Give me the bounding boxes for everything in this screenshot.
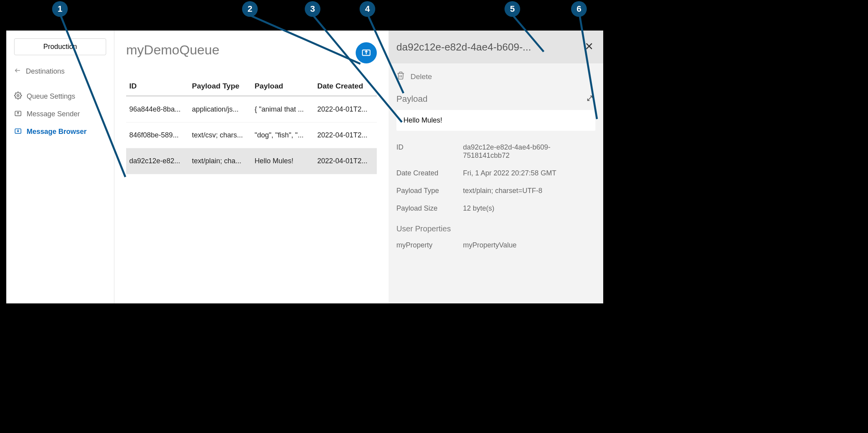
detail-header: da92c12e-e82d-4ae4-b609-... [389,31,603,63]
table-row[interactable]: 846f08be-589...text/csv; chars..."dog", … [126,123,377,148]
back-label: Destinations [26,67,65,76]
main-content: myDemoQueue ID Payload Type Payload Date… [114,31,389,303]
sidebar-item-queue-settings[interactable]: Queue Settings [6,88,114,105]
user-property-value: myPropertyValue [463,241,595,249]
table-cell: Hello Mules! [251,148,314,174]
col-id[interactable]: ID [126,77,189,96]
message-send-icon [361,47,371,59]
callout-4: 4 [360,1,375,17]
table-cell: { "animal that ... [251,96,314,123]
delete-label: Delete [410,72,432,81]
delete-button[interactable]: Delete [396,71,595,82]
send-message-fab[interactable] [356,42,377,63]
table-cell: application/js... [189,96,251,123]
svg-point-1 [17,95,19,97]
sidebar-item-message-sender[interactable]: Message Sender [6,105,114,123]
message-browse-icon [14,127,22,137]
col-date-created[interactable]: Date Created [314,77,377,96]
user-property-key: myProperty [396,241,463,249]
back-destinations-link[interactable]: Destinations [6,63,114,80]
meta-value: Fri, 1 Apr 2022 20:27:58 GMT [463,169,595,177]
table-row[interactable]: da92c12e-e82...text/plain; cha...Hello M… [126,148,377,174]
meta-key: Payload Type [396,187,463,195]
user-properties-title: User Properties [396,224,595,233]
sidebar-item-label: Queue Settings [27,92,75,101]
user-property-row: myPropertymyPropertyValue [396,236,595,254]
meta-value: text/plain; charset=UTF-8 [463,187,595,195]
meta-key: Payload Size [396,204,463,213]
arrow-left-icon [14,67,21,76]
col-payload-type[interactable]: Payload Type [189,77,251,96]
sidebar-item-label: Message Sender [27,110,80,118]
detail-title: da92c12e-e82d-4ae4-b609-... [396,41,578,53]
meta-row: Payload Typetext/plain; charset=UTF-8 [396,182,595,200]
environment-selector[interactable]: Production [14,38,106,55]
meta-key: Date Created [396,169,463,177]
col-payload[interactable]: Payload [251,77,314,96]
payload-section-title: Payload [396,94,428,104]
table-cell: 96a844e8-8ba... [126,96,189,123]
table-row[interactable]: 96a844e8-8ba...application/js...{ "anima… [126,96,377,123]
close-button[interactable] [583,40,595,54]
table-cell: da92c12e-e82... [126,148,189,174]
trash-icon [396,71,405,82]
table-cell: 2022-04-01T2... [314,148,377,174]
detail-panel: da92c12e-e82d-4ae4-b609-... Delete Paylo… [389,31,603,303]
callout-6: 6 [571,1,587,17]
meta-row: Date CreatedFri, 1 Apr 2022 20:27:58 GMT [396,164,595,182]
gear-icon [14,92,22,101]
payload-value: Hello Mules! [396,110,595,131]
meta-row: Payload Size12 byte(s) [396,200,595,217]
meta-value: da92c12e-e82d-4ae4-b609-7518141cbb72 [463,143,595,160]
svg-line-12 [588,96,592,101]
meta-value: 12 byte(s) [463,204,595,213]
message-table: ID Payload Type Payload Date Created 96a… [126,77,377,174]
close-icon [584,45,594,52]
queue-title: myDemoQueue [126,42,377,58]
expand-payload-button[interactable] [584,93,595,105]
callout-1: 1 [52,1,68,17]
callout-5: 5 [505,1,520,17]
sidebar: Production Destinations Queue Settings M… [6,31,114,303]
callout-3: 3 [305,1,320,17]
table-cell: text/csv; chars... [189,123,251,148]
table-cell: 2022-04-01T2... [314,96,377,123]
callout-2: 2 [242,1,258,17]
table-cell: text/plain; cha... [189,148,251,174]
expand-icon [586,97,594,103]
sidebar-item-label: Message Browser [27,128,87,136]
table-cell: 2022-04-01T2... [314,123,377,148]
meta-row: IDda92c12e-e82d-4ae4-b609-7518141cbb72 [396,139,595,164]
table-cell: 846f08be-589... [126,123,189,148]
message-send-icon [14,109,22,119]
meta-key: ID [396,143,463,160]
table-cell: "dog", "fish", "... [251,123,314,148]
sidebar-item-message-browser[interactable]: Message Browser [6,123,114,141]
